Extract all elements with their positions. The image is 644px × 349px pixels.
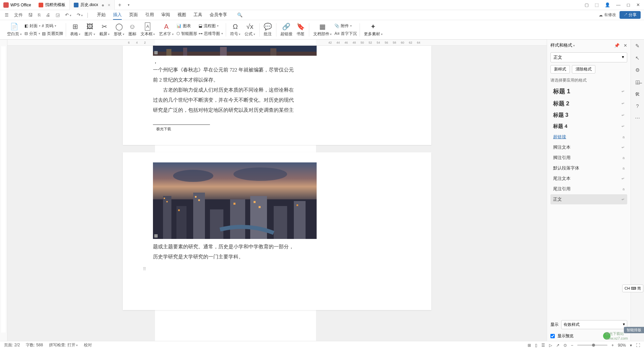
- redo-button[interactable]: ↷: [75, 12, 85, 18]
- ime-indicator[interactable]: CH ⌨ 简: [622, 285, 643, 292]
- mindmap-button[interactable]: ⊶ 思维导图: [198, 30, 224, 37]
- panel-close-icon[interactable]: ✕: [624, 43, 627, 48]
- style-item-标题 2[interactable]: 标题 2↵: [550, 98, 627, 109]
- menu-tab-开始[interactable]: 开始: [97, 10, 106, 20]
- fit-icon[interactable]: ⊙: [564, 343, 567, 348]
- menu-tab-视图[interactable]: 视图: [177, 10, 186, 20]
- doc-paragraph[interactable]: 古老的影响力促成人们对历史本质的不同诠释，这些诠释在: [153, 85, 401, 95]
- table-button[interactable]: ⊞表格: [68, 22, 83, 38]
- clear-format-button[interactable]: 清除格式: [572, 65, 595, 73]
- more-icon[interactable]: ⋯: [635, 115, 640, 121]
- comment-button[interactable]: 💬批注: [262, 22, 274, 38]
- wordart-button[interactable]: A艺术字: [157, 22, 176, 38]
- formula-button[interactable]: √x公式: [243, 22, 257, 38]
- cover-button[interactable]: ◧ 封面: [24, 22, 41, 30]
- preview-checkbox[interactable]: [550, 334, 555, 338]
- tab-template[interactable]: 找稻壳模板: [35, 0, 70, 10]
- document-page-2[interactable]: 题或主题要素的研究。通常，历史是小学和中学教育的一部分， 历史学研究是大学研究的…: [123, 152, 431, 310]
- proofread-status[interactable]: 校对: [84, 342, 92, 348]
- menu-tab-工具[interactable]: 工具: [194, 10, 202, 20]
- style-item-默认段落字体[interactable]: 默认段落字体a: [550, 163, 627, 173]
- docparts-button[interactable]: ▦文档部件: [311, 22, 334, 38]
- footnote-text[interactable]: 极光下载: [153, 127, 401, 132]
- menu-tab-会员专享[interactable]: 会员专享: [210, 10, 227, 20]
- dropcap-button[interactable]: A≡ 首字下沉: [334, 30, 358, 37]
- print-preview-icon[interactable]: ⎘: [37, 12, 42, 18]
- spellcheck-status[interactable]: 拼写检查: 打开: [49, 342, 78, 348]
- collapse-panel-icon[interactable]: —: [636, 79, 642, 86]
- shape-button[interactable]: ◯形状: [112, 22, 126, 38]
- screenshot-button[interactable]: ✂截屏: [97, 22, 112, 38]
- style-item-尾注文本[interactable]: 尾注文本↵: [550, 173, 627, 184]
- drag-handle-icon[interactable]: ⠿: [143, 266, 146, 271]
- undo-button[interactable]: ↶: [64, 12, 73, 18]
- attachment-button[interactable]: 📎 附件: [334, 22, 358, 30]
- blank-page-button[interactable]: 📄空白页: [5, 22, 24, 38]
- cloud-modify-indicator[interactable]: ☁ 有修改: [599, 12, 616, 18]
- pagenum-button[interactable]: # 页码: [41, 22, 64, 30]
- zoom-out-icon[interactable]: −: [571, 343, 573, 348]
- zoom-in-icon[interactable]: +: [611, 343, 614, 348]
- tab-menu-dropdown[interactable]: ▾: [124, 3, 133, 7]
- preview-icon[interactable]: ◲: [54, 12, 61, 18]
- menu-tab-引用[interactable]: 引用: [145, 10, 154, 20]
- save-icon[interactable]: 🖫: [27, 12, 34, 18]
- more-resources-button[interactable]: ✦更多素材: [362, 22, 385, 38]
- new-style-button[interactable]: 新样式: [550, 65, 570, 73]
- style-item-尾注引用[interactable]: 尾注引用a: [550, 184, 627, 194]
- fullscreen-icon[interactable]: ⛶: [636, 343, 640, 348]
- search-icon[interactable]: 🔍: [236, 12, 244, 18]
- style-item-超链接[interactable]: 超链接a: [550, 132, 627, 142]
- tools-icon[interactable]: 🛠: [635, 91, 640, 97]
- smartart-button[interactable]: ⬡ 智能图形: [176, 30, 198, 37]
- tab-add-button[interactable]: +: [115, 2, 124, 8]
- style-item-标题 1[interactable]: 标题 1↵: [550, 85, 627, 97]
- grid-view-icon[interactable]: ⊞: [528, 343, 531, 348]
- style-item-正文[interactable]: 正文↵: [550, 194, 627, 204]
- doc-paragraph[interactable]: 过去的几个世纪中不断演变，并在今天不断变化。对历史的现代: [153, 95, 401, 105]
- flowchart-button[interactable]: ⬓ 流程图: [198, 22, 224, 30]
- page-view-icon[interactable]: ▯: [535, 343, 537, 348]
- header-footer-button[interactable]: ▤ 页眉页脚: [41, 30, 64, 37]
- doc-paragraph[interactable]: 历史学研究是大学研究的一门主要学科。: [153, 252, 401, 262]
- zoom-slider[interactable]: [577, 345, 607, 346]
- menu-tab-插入[interactable]: 插入: [113, 10, 122, 20]
- menu-tab-审阅[interactable]: 审阅: [161, 10, 170, 20]
- slideshow-icon[interactable]: ▷: [549, 343, 552, 348]
- close-button[interactable]: ✕: [636, 2, 640, 7]
- settings-icon[interactable]: ⚙: [635, 67, 640, 73]
- document-area[interactable]: 6422468101214161820222426283032343638404…: [7, 40, 547, 341]
- panel-title[interactable]: 样式和格式: [550, 42, 610, 48]
- chart-button[interactable]: 📊 图表: [176, 22, 198, 30]
- window-compact-icon[interactable]: ▢: [585, 2, 589, 7]
- display-filter-select[interactable]: 有效样式 ▾: [561, 320, 627, 329]
- tab-close-icon[interactable]: ×: [108, 2, 110, 8]
- current-style-select[interactable]: 正文▾: [550, 52, 627, 62]
- horizontal-ruler[interactable]: 6422468101214161820222426283032343638404…: [7, 40, 547, 46]
- style-item-脚注文本[interactable]: 脚注文本↵: [550, 142, 627, 152]
- word-count[interactable]: 字数: 588: [26, 342, 43, 348]
- hamburger-icon[interactable]: ☰: [3, 12, 10, 18]
- embedded-image-large[interactable]: [153, 162, 317, 239]
- print-icon[interactable]: 🖨: [45, 12, 52, 18]
- document-page-1[interactable]: ， 一个州纪事《春秋志》早在公元前 722 年就被编纂，尽管仅公元 前 2 世纪…: [123, 46, 431, 145]
- symbol-button[interactable]: Ω符号: [228, 22, 243, 38]
- help-icon[interactable]: ?: [636, 103, 639, 109]
- cursor-icon[interactable]: ↖: [635, 55, 640, 61]
- doc-paragraph[interactable]: 前 2 世纪的文本才得以保存。: [153, 75, 401, 85]
- zoom-dropdown-icon[interactable]: ▾: [630, 343, 632, 348]
- file-menu[interactable]: 文件: [13, 11, 24, 19]
- share-button[interactable]: ↗ 分享: [620, 11, 641, 19]
- pin-icon[interactable]: 📌: [614, 43, 620, 48]
- embedded-image-small[interactable]: [153, 46, 317, 56]
- doc-paragraph[interactable]: 研究是广泛的，包括对特定地区的研究以及对历史调查的某些主: [153, 105, 401, 115]
- menu-tab-页面[interactable]: 页面: [129, 10, 138, 20]
- bookmark-button[interactable]: 🔖书签: [294, 22, 307, 38]
- outline-view-icon[interactable]: ☰: [541, 343, 545, 348]
- picture-button[interactable]: 🖼图片: [83, 22, 97, 38]
- zoom-level[interactable]: 90%: [618, 343, 626, 348]
- edit-icon[interactable]: ✎: [635, 43, 640, 49]
- style-item-脚注引用[interactable]: 脚注引用a: [550, 153, 627, 163]
- tab-document[interactable]: 历史.docx ● ×: [70, 0, 115, 10]
- doc-paragraph[interactable]: 一个州纪事《春秋志》早在公元前 722 年就被编纂，尽管仅公元: [153, 65, 401, 75]
